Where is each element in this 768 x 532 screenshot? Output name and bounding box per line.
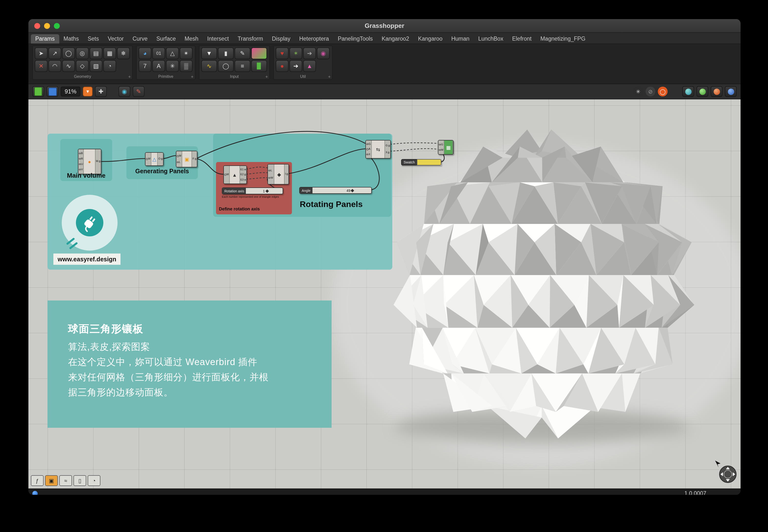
tab-maths[interactable]: Maths <box>59 34 83 44</box>
sketch-tool-button[interactable]: ▣ <box>45 475 58 486</box>
swatch-component[interactable]: Swatch <box>401 159 441 165</box>
component-triangulate[interactable]: M△O <box>145 152 163 166</box>
point-icon[interactable]: ➤ <box>35 47 47 59</box>
pin-w[interactable]: W <box>269 177 273 179</box>
number-icon[interactable]: 7 <box>138 60 151 72</box>
wire-display-button[interactable]: ≈ <box>59 475 72 486</box>
box-icon[interactable]: ▦ <box>103 47 116 59</box>
tab-elefront[interactable]: Elefront <box>508 34 536 44</box>
slider-knob-icon[interactable] <box>265 189 269 193</box>
circle-icon[interactable]: ◯ <box>62 47 75 59</box>
pin-x[interactable]: X <box>385 151 390 154</box>
pie-icon[interactable]: ◕ <box>138 47 151 59</box>
mesh-sphere-icon[interactable]: ❄ <box>117 47 130 59</box>
expand-group-button[interactable]: + <box>191 74 194 79</box>
pin-u[interactable]: U <box>79 163 83 166</box>
zoom-input[interactable]: 91% <box>61 87 80 96</box>
zoom-extents-button[interactable]: ✚ <box>95 86 107 97</box>
tab-sets[interactable]: Sets <box>83 34 103 44</box>
list-icon[interactable]: ≡ <box>235 60 250 72</box>
tab-kangaroo[interactable]: Kangaroo <box>414 34 447 44</box>
pin-m[interactable]: M <box>146 158 150 161</box>
zoom-dropdown[interactable]: ▼ <box>83 87 92 96</box>
panel-icon[interactable]: ▮ <box>218 47 234 59</box>
status-indicator-icon[interactable] <box>32 491 38 495</box>
shaded-preview-button[interactable] <box>697 86 708 97</box>
pin-e3[interactable]: E3 <box>241 178 246 181</box>
preview-off-button[interactable]: ⊘ <box>646 87 655 96</box>
wireframe-preview-button[interactable] <box>682 86 694 97</box>
component-face-panels[interactable]: ML▣F <box>176 151 198 167</box>
angle-slider[interactable]: Angle 49 <box>299 187 372 194</box>
solver-button[interactable]: ▯ <box>73 475 86 486</box>
pattern-icon[interactable]: ▒ <box>180 60 193 72</box>
rotation-axis-slider[interactable]: Rotation axis 1 <box>222 187 283 194</box>
pin-i[interactable]: I <box>285 173 288 176</box>
curve-icon[interactable]: ∿ <box>62 60 75 72</box>
profiler-button[interactable]: ƒ <box>31 475 44 486</box>
tab-human[interactable]: Human <box>447 34 474 44</box>
cull-icon[interactable]: ✕ <box>35 60 47 72</box>
data-output-icon[interactable]: ➔ <box>290 60 302 72</box>
text-icon[interactable]: A <box>152 60 165 72</box>
tab-transform[interactable]: Transform <box>233 34 268 44</box>
pin-o[interactable]: O <box>158 158 162 161</box>
gradient-icon[interactable] <box>251 47 267 59</box>
titlebar[interactable]: Grasshopper <box>28 19 741 33</box>
cherry-picker-icon[interactable]: ♥ <box>276 47 289 59</box>
tab-heteroptera[interactable]: Heteroptera <box>295 34 333 44</box>
galapagos-icon[interactable]: ✶ <box>290 47 302 59</box>
slider-track[interactable]: 1 <box>246 188 283 194</box>
pin-m[interactable]: M <box>177 155 181 157</box>
new-file-button[interactable] <box>32 86 44 97</box>
vector-icon[interactable]: ↗ <box>48 47 61 59</box>
pin-g[interactable]: G <box>439 143 443 146</box>
mesh-icon[interactable]: ▧ <box>90 60 102 72</box>
history-button[interactable]: ◔ <box>88 475 100 486</box>
pin-r[interactable]: R <box>79 157 83 160</box>
trackball-widget[interactable] <box>713 460 741 487</box>
component-custom-preview[interactable]: GM▦ <box>438 140 453 155</box>
expand-group-button[interactable]: + <box>328 74 331 79</box>
pin-m[interactable]: M <box>439 149 443 151</box>
tab-magnetizing-fpg[interactable]: Magnetizing_FPG <box>536 34 590 44</box>
graph-mapper-icon[interactable]: ∿ <box>201 60 217 72</box>
pin-g[interactable]: G <box>366 143 371 146</box>
asterisk-icon[interactable]: ✳ <box>166 60 179 72</box>
pin-f[interactable]: F <box>193 158 197 161</box>
pin-a[interactable]: A <box>366 148 371 151</box>
component-rotate[interactable]: GAX⇆GX <box>365 140 391 159</box>
tab-display[interactable]: Display <box>268 34 295 44</box>
sketch-button[interactable]: ✎ <box>133 86 144 97</box>
data-recorder-icon[interactable]: ● <box>276 60 289 72</box>
component-main-volume[interactable]: BRUV●M <box>78 149 101 174</box>
tab-params[interactable]: Params <box>31 34 59 44</box>
pin-l[interactable]: L <box>269 169 273 172</box>
pin-m[interactable]: M <box>224 173 229 176</box>
canvas[interactable]: BRUV●M M△O ML▣F M▲E1E2E3 LW◆I GAX⇆GX GM▦… <box>28 99 741 488</box>
integer-icon[interactable]: 01 <box>152 47 165 59</box>
tab-lunchbox[interactable]: LunchBox <box>474 34 508 44</box>
swatch-color-well[interactable] <box>417 159 441 165</box>
pin-m[interactable]: M <box>96 160 100 163</box>
component-mesh-edges[interactable]: M▲E1E2E3 <box>223 165 247 184</box>
slider-track[interactable]: 49 <box>313 187 371 193</box>
tab-mesh[interactable]: Mesh <box>180 34 203 44</box>
pin-e1[interactable]: E1 <box>241 168 246 171</box>
rendered-preview-button[interactable] <box>711 86 722 97</box>
pin-g[interactable]: G <box>385 145 390 147</box>
tab-panelingtools[interactable]: PanelingTools <box>333 34 377 44</box>
expand-group-button[interactable]: + <box>265 74 268 79</box>
relay-icon[interactable]: ➔ <box>303 47 316 59</box>
render-settings-button[interactable]: ✳ <box>633 87 643 96</box>
tab-vector[interactable]: Vector <box>103 34 128 44</box>
slider-knob-icon[interactable] <box>351 189 354 192</box>
script-icon[interactable]: ✎ <box>235 47 250 59</box>
jump-icon[interactable]: ◉ <box>317 47 330 59</box>
pin-v[interactable]: V <box>79 168 83 171</box>
expand-group-button[interactable]: + <box>128 74 131 79</box>
pin-b[interactable]: B <box>79 152 83 155</box>
knob-icon[interactable]: ◯ <box>218 60 234 72</box>
import-icon[interactable]: ▼ <box>201 47 217 59</box>
preview-toggle-button[interactable]: ◉ <box>118 86 130 97</box>
